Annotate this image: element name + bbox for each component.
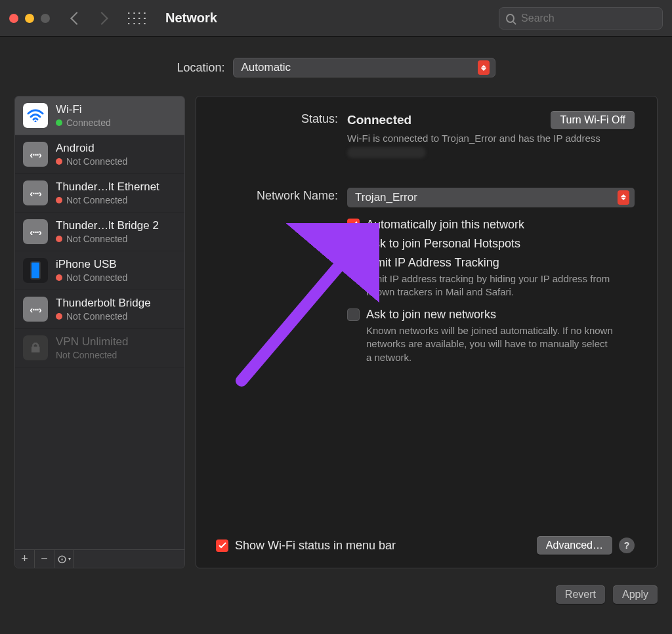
interface-status: Connected: [56, 117, 111, 128]
sidebar-item-thunderbolt-bridge[interactable]: ‹···›Thunderbolt BridgeNot Connected: [15, 290, 184, 329]
autojoin-label: Automatically join this network: [366, 218, 524, 232]
interface-name: iPhone USB: [56, 258, 127, 271]
sidebar-item-thunder-lt-bridge-2[interactable]: ‹···›Thunder…lt Bridge 2Not Connected: [15, 213, 184, 251]
revert-button[interactable]: Revert: [556, 585, 605, 604]
network-name-value: Trojan_Error: [355, 191, 417, 204]
advanced-button[interactable]: Advanced…: [537, 536, 612, 555]
interface-sidebar: Wi-FiConnected‹···›AndroidNot Connected‹…: [14, 96, 185, 568]
wifi-toggle-button[interactable]: Turn Wi-Fi Off: [551, 111, 635, 129]
wifi-icon: [23, 103, 48, 128]
lock-icon: 🔒︎: [23, 335, 48, 360]
status-label: Status:: [216, 111, 338, 126]
interface-status: Not Connected: [56, 195, 159, 205]
interface-name: Thunder…lt Bridge 2: [56, 219, 159, 232]
interface-name: Wi-Fi: [56, 103, 111, 116]
search-field[interactable]: [499, 7, 663, 30]
menubar-checkbox[interactable]: [216, 539, 228, 552]
zoom-window-button[interactable]: [41, 14, 50, 23]
menubar-label: Show Wi-Fi status in menu bar: [235, 539, 396, 553]
location-bar: Location: Automatic: [0, 37, 672, 96]
asknew-checkbox[interactable]: [347, 308, 360, 321]
location-select[interactable]: Automatic: [233, 58, 495, 77]
location-value: Automatic: [242, 61, 291, 74]
sidebar-actions-button[interactable]: ⊙ ▾: [54, 550, 74, 568]
sidebar-item-vpn-unlimited[interactable]: 🔒︎VPN UnlimitedNot Connected: [15, 329, 184, 368]
autojoin-checkbox[interactable]: [347, 219, 360, 231]
limitip-label: Limit IP Address Tracking: [366, 256, 616, 270]
bottom-bar: Revert Apply: [0, 568, 672, 604]
hotspot-label: Ask to join Personal Hotspots: [366, 237, 520, 251]
search-input[interactable]: [520, 12, 656, 25]
sidebar-item-android[interactable]: ‹···›AndroidNot Connected: [15, 135, 184, 174]
sidebar-item-thunder-lt-ethernet[interactable]: ‹···›Thunder…lt EthernetNot Connected: [15, 174, 184, 213]
asknew-label: Ask to join new networks: [366, 308, 616, 322]
sidebar-footer: + − ⊙ ▾: [15, 549, 184, 568]
interface-status: Not Connected: [56, 272, 127, 283]
eth-icon: ‹···›: [23, 219, 48, 244]
interface-name: Thunder…lt Ethernet: [56, 180, 159, 194]
interface-status: Not Connected: [56, 234, 159, 244]
interface-status: Not Connected: [56, 350, 129, 360]
titlebar: ∷∷∷∷ Network: [0, 0, 672, 37]
interface-status: Not Connected: [56, 156, 127, 167]
eth-icon: ‹···›: [23, 180, 48, 205]
status-value: Connected: [347, 113, 411, 127]
limitip-checkbox[interactable]: [347, 257, 360, 269]
asknew-description: Known networks will be joined automatica…: [366, 324, 616, 364]
search-icon: [506, 14, 514, 23]
eth-icon: ‹···›: [23, 142, 48, 167]
add-interface-button[interactable]: +: [15, 550, 35, 568]
sidebar-item-iphone-usb[interactable]: iPhone USBNot Connected: [15, 251, 184, 290]
location-label: Location:: [177, 61, 224, 75]
network-name-label: Network Name:: [216, 188, 338, 203]
svg-point-0: [35, 121, 37, 123]
eth-icon: ‹···›: [23, 297, 48, 322]
nav-buttons: [72, 14, 106, 23]
interface-name: Android: [56, 142, 127, 155]
detail-panel: Status: Connected Turn Wi-Fi Off Wi-Fi i…: [196, 96, 658, 568]
help-button[interactable]: ?: [619, 538, 635, 553]
limitip-description: Limit IP address tracking by hiding your…: [366, 272, 616, 299]
interface-name: VPN Unlimited: [56, 335, 129, 349]
sidebar-item-wi-fi[interactable]: Wi-FiConnected: [15, 96, 184, 135]
status-description: Wi-Fi is connected to Trojan_Error and h…: [347, 132, 635, 159]
window-title: Network: [165, 11, 217, 26]
apply-button[interactable]: Apply: [613, 585, 658, 604]
redacted-ip: [347, 147, 426, 158]
back-button[interactable]: [70, 12, 83, 25]
phone-icon: [23, 258, 48, 283]
stepper-icon: [618, 190, 629, 205]
forward-button[interactable]: [95, 12, 108, 25]
stepper-icon: [478, 60, 490, 75]
close-window-button[interactable]: [9, 14, 18, 23]
hotspot-checkbox[interactable]: [347, 238, 360, 250]
interface-name: Thunderbolt Bridge: [56, 297, 151, 310]
apps-grid-icon[interactable]: ∷∷∷∷: [127, 13, 148, 24]
network-name-select[interactable]: Trojan_Error: [347, 188, 635, 207]
minimize-window-button[interactable]: [25, 14, 34, 23]
traffic-lights: [9, 14, 50, 23]
interface-status: Not Connected: [56, 311, 151, 322]
remove-interface-button[interactable]: −: [35, 550, 54, 568]
